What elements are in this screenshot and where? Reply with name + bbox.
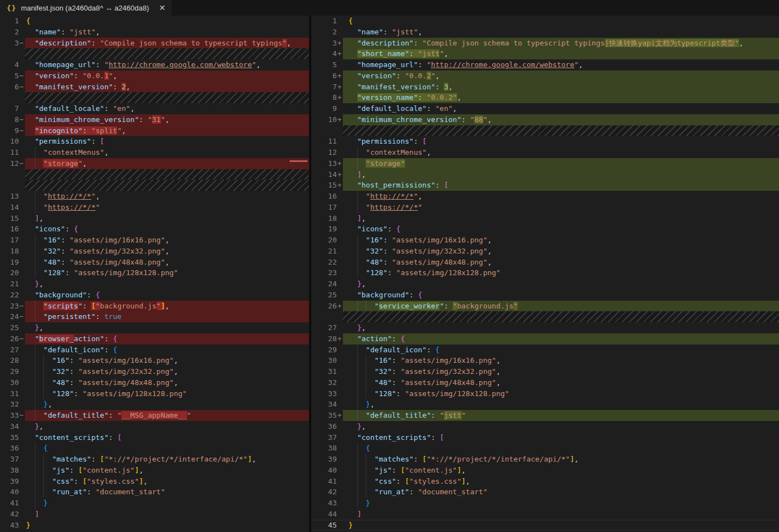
code-line[interactable]: 10 "permissions": [: [0, 136, 309, 147]
code-line[interactable]: 6− "manifest_version": 2,: [0, 82, 309, 93]
code-line[interactable]: 34 },: [0, 421, 309, 432]
line-content[interactable]: }: [25, 520, 309, 531]
code-line[interactable]: 19 "48": "assets/img/48x48.png",: [0, 257, 309, 268]
line-content[interactable]: },: [343, 399, 779, 410]
code-line[interactable]: 18 ],: [311, 213, 779, 224]
code-line[interactable]: 25 },: [0, 322, 309, 333]
code-line[interactable]: 43}: [0, 520, 309, 531]
line-content[interactable]: "16": "assets/img/16x16.png",: [343, 235, 779, 246]
line-content[interactable]: },: [343, 421, 779, 432]
code-line[interactable]: 43 }: [311, 498, 779, 509]
link-text[interactable]: http://*/*: [370, 192, 413, 200]
line-content[interactable]: "short_name": "jstt",: [343, 48, 779, 59]
line-content[interactable]: "action": {: [343, 333, 779, 344]
line-content[interactable]: "run_at": "document_start": [343, 487, 779, 498]
line-content[interactable]: "css": ["styles.css"],: [25, 476, 309, 487]
code-line[interactable]: 32 },: [0, 399, 309, 410]
line-content[interactable]: "icons": {: [25, 224, 309, 235]
line-content[interactable]: }: [343, 498, 779, 509]
line-content[interactable]: },: [25, 278, 309, 290]
code-line[interactable]: 28+ "action": {: [311, 333, 779, 344]
code-line[interactable]: 15+ "host_permissions": [: [311, 180, 779, 191]
line-content[interactable]: "permissions": [: [25, 136, 309, 147]
line-content[interactable]: "48": "assets/img/48x48.png",: [25, 257, 309, 268]
code-line[interactable]: 8+ "version_name": "0.0.2",: [311, 92, 779, 103]
line-content[interactable]: "matches": ["*://*/project/*/interface/a…: [343, 454, 779, 465]
code-line[interactable]: 6+ "version": "0.0.2",: [311, 70, 779, 82]
code-line[interactable]: 20 "128": "assets/img/128x128.png": [0, 267, 309, 278]
line-content[interactable]: "description": "Compile json schema to t…: [343, 38, 779, 49]
line-content[interactable]: "https://*/*": [343, 202, 779, 213]
line-content[interactable]: "host_permissions": [: [343, 180, 779, 191]
code-line[interactable]: 37 "matches": ["*://*/project/*/interfac…: [0, 454, 309, 465]
line-content[interactable]: "incognito": "split",: [25, 125, 309, 136]
code-line[interactable]: 35+ "default_title": "jstt": [311, 410, 779, 421]
code-line[interactable]: 11 "permissions": [: [311, 136, 779, 147]
code-line[interactable]: 8− "minimum_chrome_version": "31",: [0, 114, 309, 125]
code-line[interactable]: 25 "background": {: [311, 290, 779, 301]
line-content[interactable]: "homepage_url": "http://chrome.google.co…: [343, 59, 779, 70]
line-content[interactable]: "16": "assets/img/16x16.png",: [343, 355, 779, 366]
line-content[interactable]: "name": "jstt",: [25, 27, 309, 38]
code-line[interactable]: 35 "content_scripts": [: [0, 432, 309, 443]
code-line[interactable]: 37 "content_scripts": [: [311, 432, 779, 443]
code-line[interactable]: 27 },: [311, 322, 779, 333]
code-line[interactable]: 7 "default_locale": "en",: [0, 103, 309, 114]
line-content[interactable]: "matches": ["*://*/project/*/interface/a…: [25, 454, 309, 465]
code-line[interactable]: 29 "default_icon": {: [311, 344, 779, 356]
line-content[interactable]: {: [25, 16, 309, 27]
code-line[interactable]: 34 },: [311, 399, 779, 410]
line-content[interactable]: {: [25, 443, 309, 454]
line-content[interactable]: "48": "assets/img/48x48.png",: [25, 377, 309, 388]
code-line[interactable]: 11 "contextMenus",: [0, 147, 309, 158]
line-content[interactable]: "manifest_version": 2,: [25, 82, 309, 93]
code-line[interactable]: 30 "48": "assets/img/48x48.png",: [0, 377, 309, 388]
line-content[interactable]: "icons": {: [343, 224, 779, 235]
line-content[interactable]: ]: [25, 509, 309, 520]
line-content[interactable]: ],: [343, 169, 779, 180]
line-content[interactable]: "version": "0.0.1",: [25, 70, 309, 82]
code-line[interactable]: 40 "js": ["content.js"],: [311, 465, 779, 476]
link-text[interactable]: http://chrome.google.com/webstore: [431, 60, 574, 69]
line-content[interactable]: "permissions": [: [343, 136, 779, 147]
code-line[interactable]: 33 "128": "assets/img/128x128.png": [311, 388, 779, 399]
line-content[interactable]: "version_name": "0.0.2",: [343, 92, 779, 103]
line-content[interactable]: ],: [343, 213, 779, 224]
line-content[interactable]: }: [343, 520, 779, 531]
code-line[interactable]: 23 "128": "assets/img/128x128.png": [311, 267, 779, 278]
link-text[interactable]: https://*/*: [48, 203, 95, 211]
code-line[interactable]: 16 "icons": {: [0, 224, 309, 235]
code-line[interactable]: 3− "description": "Compile json schema t…: [0, 38, 309, 49]
line-content[interactable]: "background": {: [343, 290, 779, 301]
code-line[interactable]: 2 "name": "jstt",: [311, 27, 779, 38]
code-line[interactable]: 27 "default_icon": {: [0, 344, 309, 356]
code-line[interactable]: 1{: [0, 16, 309, 27]
line-content[interactable]: "48": "assets/img/48x48.png",: [343, 377, 779, 388]
code-line[interactable]: 10+ "minimum_chrome_version": "88",: [311, 114, 779, 125]
line-content[interactable]: },: [343, 278, 779, 290]
line-content[interactable]: ],: [25, 213, 309, 224]
code-line[interactable]: 13+ "storage": [311, 158, 779, 169]
line-content[interactable]: "css": ["styles.css"],: [343, 476, 779, 487]
link-text[interactable]: http://*/*: [48, 192, 91, 200]
line-content[interactable]: "js": ["content.js"],: [25, 465, 309, 476]
code-line[interactable]: 5 "homepage_url": "http://chrome.google.…: [311, 59, 779, 70]
code-line[interactable]: 12 "contextMenus",: [311, 147, 779, 158]
line-content[interactable]: "48": "assets/img/48x48.png",: [343, 257, 779, 268]
code-line[interactable]: 18 "32": "assets/img/32x32.png",: [0, 246, 309, 257]
code-line[interactable]: 23− "scripts": ["background.js"],: [0, 301, 309, 312]
line-content[interactable]: "persistent": true: [25, 311, 309, 322]
code-line[interactable]: 45}: [311, 520, 779, 531]
line-content[interactable]: "128": "assets/img/128x128.png": [25, 388, 309, 399]
line-content[interactable]: "scripts": ["background.js"],: [25, 301, 309, 312]
line-content[interactable]: },: [25, 322, 309, 333]
line-content[interactable]: "minimum_chrome_version": "88",: [343, 114, 779, 125]
code-line[interactable]: 38 "js": ["content.js"],: [0, 465, 309, 476]
line-content[interactable]: "browser_action": {: [25, 333, 309, 344]
code-line[interactable]: 16 "http://*/*",: [311, 191, 779, 202]
close-tab-icon[interactable]: ✕: [159, 3, 166, 12]
code-line[interactable]: 22 "48": "assets/img/48x48.png",: [311, 257, 779, 268]
code-line[interactable]: 39 "matches": ["*://*/project/*/interfac…: [311, 454, 779, 465]
code-line[interactable]: 41 }: [0, 498, 309, 509]
line-content[interactable]: "128": "assets/img/128x128.png": [343, 388, 779, 399]
